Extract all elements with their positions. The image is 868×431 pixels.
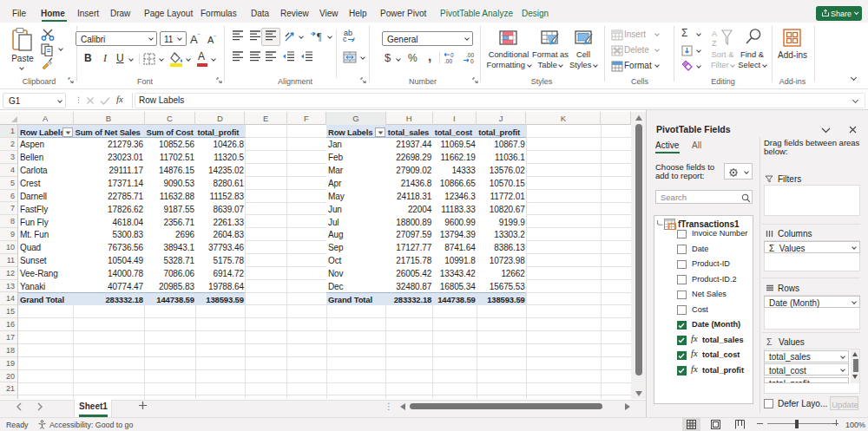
svg-text:A: A — [712, 29, 717, 38]
svg-text:¶: ¶ — [317, 30, 322, 42]
svg-text:Z: Z — [712, 39, 717, 48]
svg-text:c: c — [343, 35, 347, 42]
svg-text:0: 0 — [470, 58, 474, 64]
svg-text:.00: .00 — [444, 58, 452, 64]
